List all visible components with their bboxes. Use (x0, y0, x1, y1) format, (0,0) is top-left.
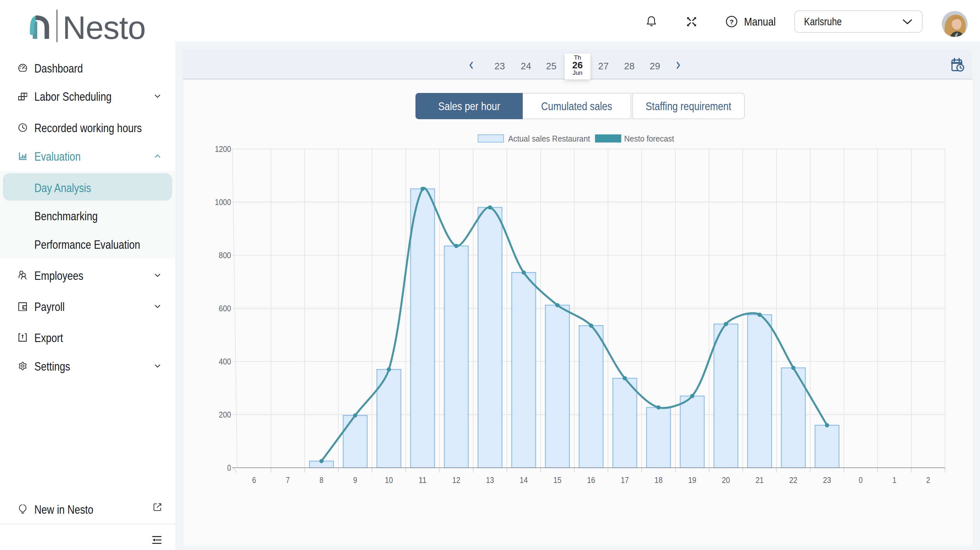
svg-text:22: 22 (789, 475, 797, 485)
svg-text:1200: 1200 (215, 144, 231, 154)
svg-text:19: 19 (688, 475, 697, 485)
svg-text:2: 2 (926, 475, 930, 485)
svg-text:1000: 1000 (215, 197, 231, 207)
svg-text:21: 21 (756, 475, 764, 485)
svg-text:200: 200 (219, 410, 231, 420)
svg-text:16: 16 (587, 475, 595, 485)
svg-text:20: 20 (722, 475, 730, 485)
svg-text:23: 23 (823, 475, 831, 485)
svg-text:8: 8 (320, 475, 323, 485)
svg-text:11: 11 (419, 475, 427, 485)
svg-text:13: 13 (486, 475, 494, 485)
svg-text:15: 15 (554, 475, 562, 485)
svg-text:?: ? (730, 18, 734, 25)
svg-text:17: 17 (621, 475, 629, 485)
svg-text:800: 800 (219, 250, 231, 260)
svg-text:0: 0 (859, 475, 863, 485)
svg-text:14: 14 (520, 475, 528, 485)
svg-text:400: 400 (219, 357, 231, 366)
svg-text:Nesto: Nesto (62, 10, 145, 45)
svg-text:1: 1 (892, 475, 896, 485)
svg-text:18: 18 (655, 475, 663, 485)
svg-text:0: 0 (227, 463, 231, 472)
svg-text:6: 6 (252, 475, 256, 485)
svg-text:600: 600 (219, 304, 231, 313)
svg-text:10: 10 (385, 475, 393, 485)
svg-text:9: 9 (353, 475, 357, 485)
svg-text:7: 7 (286, 475, 290, 485)
svg-text:12: 12 (452, 475, 460, 485)
